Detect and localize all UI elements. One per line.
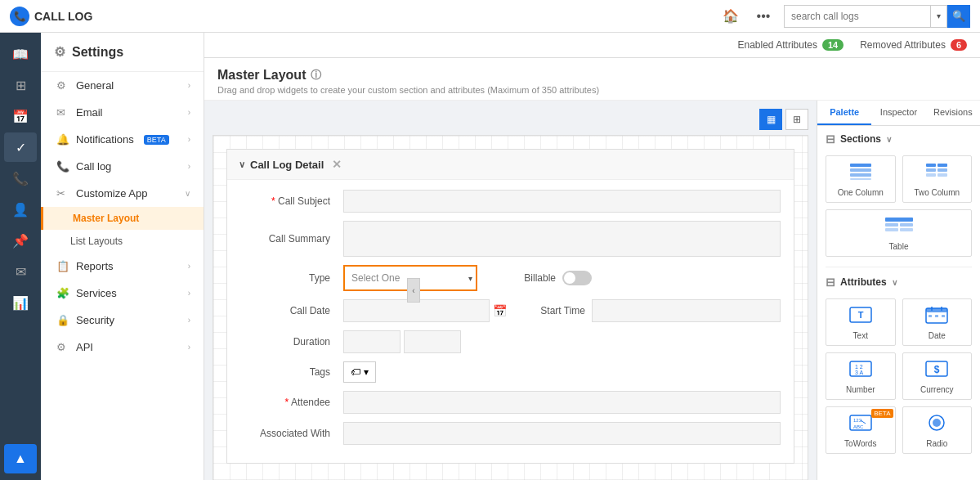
canvas-toolbar: ▦ ⊞ [213, 109, 808, 130]
label-type: Type [240, 272, 330, 284]
icon-bar-calendar[interactable]: 📅 [4, 101, 37, 131]
builder-wrapper: ▦ ⊞ ∨ Call Log Detail ✕ [204, 101, 980, 480]
search-dropdown[interactable]: ▾ [931, 5, 947, 28]
sidebar-item-email[interactable]: ✉ Email › [41, 99, 204, 126]
icon-bar-book[interactable]: 📖 [4, 39, 37, 69]
sidebar-collapse-btn[interactable]: ‹ [407, 278, 420, 303]
tab-inspector[interactable]: Inspector [871, 101, 925, 125]
palette-item-currency[interactable]: $ Currency [902, 352, 973, 400]
attr-bar: Enabled Attributes 14 Removed Attributes… [204, 33, 980, 58]
currency-attr-icon: $ [925, 360, 948, 382]
sidebar-item-reports[interactable]: 📋 Reports › [41, 253, 204, 280]
palette-item-onecolumn[interactable]: One Column [826, 155, 896, 203]
sidebar-item-customize[interactable]: ✂ Customize App ∨ [41, 180, 204, 207]
svg-rect-9 [937, 173, 947, 177]
section-chevron[interactable]: ∨ [239, 159, 245, 170]
tag-icon: 🏷 [351, 366, 360, 378]
page-header: Master Layout ⓘ Drag and drop widgets to… [204, 58, 980, 101]
svg-text:T: T [857, 310, 863, 320]
form-row-duration: Duration [240, 330, 781, 353]
search-button[interactable]: 🔍 [947, 5, 970, 28]
input-callsubject[interactable] [343, 190, 781, 213]
billable-toggle[interactable] [562, 271, 592, 285]
icon-bar-pin[interactable]: 📌 [4, 226, 37, 255]
app-name: CALL LOG [34, 10, 92, 23]
icon-bar-mail[interactable]: ✉ [4, 257, 37, 286]
calendar-icon[interactable]: 📅 [493, 304, 507, 317]
info-icon: ⓘ [311, 68, 321, 83]
svg-rect-1 [850, 168, 871, 172]
form-row-callsummary: Call Summary [240, 221, 781, 257]
sections-icon: ⊟ [826, 132, 835, 146]
icon-bar-grid[interactable]: ⊞ [4, 70, 37, 100]
tab-revisions[interactable]: Revisions [926, 101, 980, 125]
sidebar-label-services: Services [76, 287, 117, 299]
svg-rect-5 [937, 164, 947, 167]
palette-label-number: Number [846, 385, 875, 394]
icon-bar-chart[interactable]: 📊 [4, 288, 37, 317]
sidebar-item-masterlayout[interactable]: Master Layout [41, 207, 204, 230]
input-duration-hours[interactable] [343, 330, 401, 353]
palette-item-table[interactable]: Table [826, 209, 972, 257]
sidebar-item-listlayouts[interactable]: List Layouts [41, 230, 204, 253]
palette-item-number[interactable]: 1 2 3 A Number [826, 352, 896, 400]
palette-item-radio[interactable]: Radio [902, 406, 973, 454]
attributes-chevron: ∨ [892, 278, 897, 287]
svg-rect-23 [942, 315, 945, 317]
form-row-tags: Tags 🏷 ▾ [240, 361, 781, 383]
label-billable: Billable [490, 272, 556, 284]
input-attendee[interactable] [343, 391, 781, 414]
input-calldate[interactable] [343, 299, 490, 322]
tab-palette[interactable]: Palette [817, 101, 871, 125]
icon-bar-tasks[interactable]: ✓ [4, 132, 37, 162]
sidebar-item-notifications[interactable]: 🔔 Notifications BETA › [41, 126, 204, 153]
form-section-header: ∨ Call Log Detail ✕ [227, 150, 794, 180]
page-title: Master Layout ⓘ [217, 68, 967, 83]
palette-label-towords: ToWords [844, 439, 876, 448]
search-input[interactable] [784, 5, 931, 28]
home-icon[interactable]: 🏠 [718, 4, 743, 29]
input-associatedwith[interactable] [343, 422, 781, 445]
sidebar-item-security[interactable]: 🔒 Security › [41, 307, 204, 334]
input-duration-minutes[interactable] [404, 330, 461, 353]
list-view-btn[interactable]: ⊞ [785, 109, 808, 130]
search-bar: ▾ 🔍 [784, 5, 970, 28]
toggle-knob [564, 272, 575, 284]
sections-grid: One Column [817, 150, 980, 265]
sidebar-item-general[interactable]: ⚙ General › [41, 72, 204, 99]
section-close-btn[interactable]: ✕ [332, 158, 342, 171]
icon-bar-up[interactable]: ▲ [4, 444, 37, 473]
more-icon[interactable]: ••• [751, 4, 776, 29]
app-logo: 📞 CALL LOG [10, 7, 92, 26]
sidebar-item-calllog[interactable]: 📞 Call log › [41, 153, 204, 180]
phone-icon: 📞 [10, 7, 29, 26]
sidebar-item-api[interactable]: ⚙ API › [41, 334, 204, 361]
tags-button[interactable]: 🏷 ▾ [343, 361, 376, 383]
radio-attr-icon [925, 414, 948, 436]
form-row-callsubject: Call Subject [240, 190, 781, 213]
label-starttime: Start Time [520, 305, 585, 316]
palette-label-onecolumn: One Column [838, 188, 884, 197]
icon-bar-contacts[interactable]: 👤 [4, 195, 37, 224]
grid-view-btn[interactable]: ▦ [759, 109, 782, 130]
security-icon: 🔒 [56, 314, 69, 326]
svg-rect-3 [850, 178, 871, 180]
svg-rect-10 [885, 218, 913, 222]
chevron-reports: › [188, 262, 190, 271]
label-attendee: Attendee [240, 397, 330, 408]
sidebar-item-services[interactable]: 🧩 Services › [41, 280, 204, 307]
number-attr-icon: 1 2 3 A [849, 360, 872, 382]
input-callsummary[interactable] [343, 221, 781, 257]
palette-item-date[interactable]: Date [902, 298, 973, 346]
label-callsummary: Call Summary [240, 233, 330, 244]
icon-bar-phone[interactable]: 📞 [4, 164, 37, 193]
input-starttime[interactable] [592, 299, 781, 322]
customize-icon: ✂ [56, 187, 69, 200]
palette-label-text: Text [853, 331, 868, 340]
enabled-attr-count: 14 [822, 39, 844, 51]
palette-item-towords[interactable]: BETA 123 ABC ToWords [826, 406, 896, 454]
removed-attr-count: 6 [951, 39, 967, 51]
palette-item-text[interactable]: T Text [826, 298, 896, 346]
canvas-grid: ∨ Call Log Detail ✕ Call Subject [213, 135, 808, 480]
palette-item-twocolumn[interactable]: Two Column [902, 155, 973, 203]
